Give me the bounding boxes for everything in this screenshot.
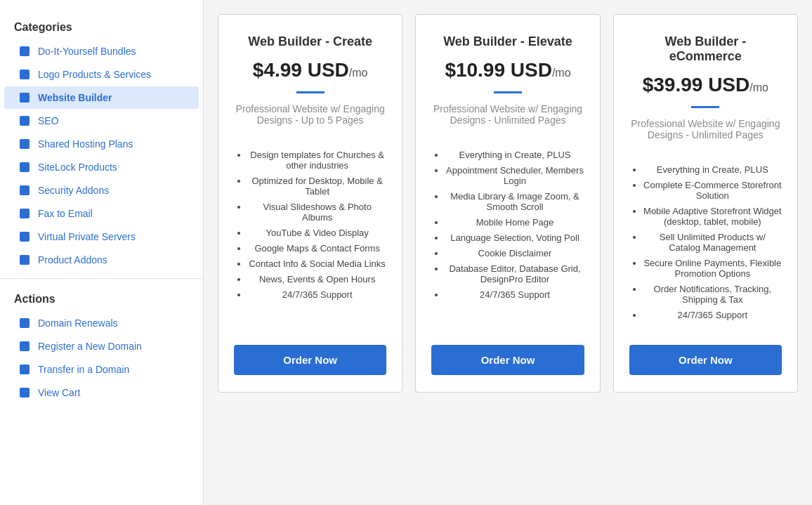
feature-item: Secure Online Payments, Flexible Promoti… (643, 258, 782, 279)
sidebar-item-register-new-domain[interactable]: Register a New Domain (4, 335, 199, 358)
sidebar-item-label-security-addons: Security Addons (38, 185, 109, 196)
sidebar-item-label-product-addons: Product Addons (38, 254, 107, 265)
sidebar-item-virtual-private-servers[interactable]: Virtual Private Servers (4, 225, 199, 248)
sidebar-item-label-fax-to-email: Fax to Email (38, 208, 93, 219)
sidebar-item-domain-renewals[interactable]: Domain Renewals (4, 312, 199, 334)
plan-features-web-builder-elevate: Everything in Create, PLUSAppointment Sc… (431, 150, 584, 325)
feature-item: Mobile Adaptive Storefront Widget (deskt… (643, 206, 782, 227)
plan-title-web-builder-elevate: Web Builder - Elevate (443, 34, 572, 49)
plan-divider-web-builder-elevate (494, 91, 522, 93)
sidebar: Categories Do-It-Yourself Bundles Logo P… (0, 0, 204, 505)
sidebar-item-product-addons[interactable]: Product Addons (4, 249, 199, 271)
feature-item: Google Maps & Contact Forms (248, 243, 386, 254)
view-cart-icon (18, 386, 31, 399)
transfer-in-domain-icon (18, 363, 31, 376)
plan-description-web-builder-create: Professional Website w/ Engaging Designs… (234, 103, 386, 138)
actions-title: Actions (0, 286, 203, 311)
sidebar-item-transfer-in-domain[interactable]: Transfer in a Domain (4, 358, 199, 381)
plan-per-mo-web-builder-create: /mo (349, 67, 368, 79)
logo-products-services-icon (18, 68, 31, 81)
fax-to-email-icon (18, 207, 31, 220)
domain-renewals-icon (18, 317, 31, 329)
feature-item: Database Editor, Database Grid, DesignPr… (445, 263, 584, 284)
plan-title-web-builder-ecommerce: Web Builder - eCommerce (629, 34, 782, 64)
sitelock-products-icon (18, 161, 31, 173)
svg-rect-2 (20, 93, 30, 103)
virtual-private-servers-icon (18, 230, 31, 243)
plan-divider-web-builder-create (296, 91, 325, 93)
sidebar-divider (0, 278, 203, 279)
plan-per-mo-web-builder-ecommerce: /mo (749, 81, 768, 93)
sidebar-item-label-virtual-private-servers: Virtual Private Servers (38, 231, 136, 242)
sidebar-item-sitelock-products[interactable]: SiteLock Products (4, 156, 199, 178)
plan-title-web-builder-create: Web Builder - Create (248, 34, 372, 49)
svg-rect-11 (20, 341, 30, 351)
order-button-web-builder-elevate[interactable]: Order Now (431, 345, 584, 375)
sidebar-item-label-seo: SEO (38, 115, 59, 126)
svg-rect-9 (20, 255, 30, 265)
feature-item: News, Events & Open Hours (248, 274, 386, 284)
feature-item: Order Notifications, Tracking, Shipping … (643, 284, 782, 305)
sidebar-item-website-builder[interactable]: Website Builder (4, 86, 199, 109)
plan-card-web-builder-elevate: Web Builder - Elevate $10.99 USD/mo Prof… (415, 14, 600, 393)
do-it-yourself-bundles-icon (18, 45, 31, 58)
plan-price-web-builder-elevate: $10.99 USD/mo (445, 59, 570, 81)
svg-rect-8 (20, 232, 30, 242)
feature-item: Complete E-Commerce Storefront Solution (643, 180, 782, 201)
feature-item: 24/7/365 Support (248, 289, 386, 300)
svg-rect-7 (20, 209, 30, 218)
sidebar-item-label-sitelock-products: SiteLock Products (38, 162, 117, 173)
shared-hosting-plans-icon (18, 138, 31, 150)
sidebar-item-label-domain-renewals: Domain Renewals (38, 317, 118, 329)
plan-divider-web-builder-ecommerce (691, 106, 719, 108)
feature-item: Media Library & Image Zoom, & Smooth Scr… (445, 191, 584, 212)
sidebar-item-view-cart[interactable]: View Cart (4, 381, 199, 404)
feature-item: Language Selection, Voting Poll (445, 232, 584, 243)
svg-rect-3 (20, 116, 30, 126)
sidebar-item-label-transfer-in-domain: Transfer in a Domain (38, 364, 129, 375)
svg-rect-12 (20, 365, 30, 374)
feature-item: Contact Info & Social Media Links (248, 258, 386, 269)
sidebar-item-label-website-builder: Website Builder (38, 92, 112, 103)
seo-icon (18, 114, 31, 127)
plan-card-web-builder-ecommerce: Web Builder - eCommerce $39.99 USD/mo Pr… (613, 14, 798, 393)
plan-description-web-builder-elevate: Professional Website w/ Engaging Designs… (431, 103, 584, 138)
order-button-web-builder-create[interactable]: Order Now (234, 345, 386, 375)
plan-price-web-builder-create: $4.99 USD/mo (253, 59, 368, 81)
feature-item: Design templates for Churches & other in… (248, 150, 386, 171)
register-new-domain-icon (18, 340, 31, 353)
svg-rect-6 (20, 185, 30, 195)
main-content: Web Builder - Create $4.99 USD/mo Profes… (204, 0, 812, 505)
sidebar-item-label-register-new-domain: Register a New Domain (38, 341, 142, 352)
feature-item: Sell Unlimited Products w/ Catalog Manag… (643, 232, 782, 253)
order-button-web-builder-ecommerce[interactable]: Order Now (629, 345, 782, 375)
plan-features-web-builder-create: Design templates for Churches & other in… (234, 150, 386, 325)
plan-card-web-builder-create: Web Builder - Create $4.99 USD/mo Profes… (218, 14, 402, 393)
feature-item: Appointment Scheduler, Members Login (445, 165, 584, 186)
plans-grid: Web Builder - Create $4.99 USD/mo Profes… (218, 14, 798, 393)
feature-item: YouTube & Video Display (248, 228, 386, 238)
feature-item: Visual Slideshows & Photo Albums (248, 202, 386, 223)
svg-rect-13 (20, 388, 30, 398)
feature-item: Optimized for Desktop, Mobile & Tablet (248, 176, 386, 197)
sidebar-item-security-addons[interactable]: Security Addons (4, 179, 199, 202)
sidebar-item-fax-to-email[interactable]: Fax to Email (4, 202, 199, 225)
svg-rect-0 (20, 46, 30, 56)
feature-item: 24/7/365 Support (445, 289, 584, 300)
sidebar-item-do-it-yourself-bundles[interactable]: Do-It-Yourself Bundles (4, 40, 199, 63)
feature-item: Everything in Create, PLUS (445, 150, 584, 160)
svg-rect-4 (20, 139, 30, 149)
product-addons-icon (18, 254, 31, 266)
svg-rect-5 (20, 162, 30, 172)
plan-description-web-builder-ecommerce: Professional Website w/ Engaging Designs… (629, 118, 782, 153)
sidebar-item-label-view-cart: View Cart (38, 387, 80, 398)
feature-item: Everything in Create, PLUS (643, 164, 782, 175)
sidebar-item-seo[interactable]: SEO (4, 110, 199, 132)
sidebar-item-logo-products-services[interactable]: Logo Products & Services (4, 63, 199, 86)
website-builder-icon (18, 91, 31, 104)
feature-item: Mobile Home Page (445, 217, 584, 228)
plan-features-web-builder-ecommerce: Everything in Create, PLUSComplete E-Com… (629, 164, 782, 325)
sidebar-item-shared-hosting-plans[interactable]: Shared Hosting Plans (4, 133, 199, 155)
feature-item: 24/7/365 Support (643, 310, 782, 320)
categories-title: Categories (0, 14, 203, 39)
